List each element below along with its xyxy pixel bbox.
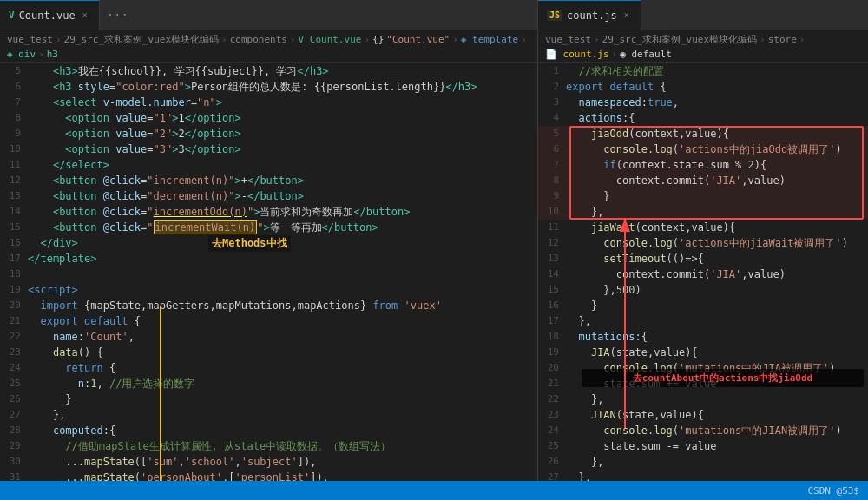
line-content: <button @click="incrementOdd(n)">当前求和为奇数…	[28, 204, 410, 220]
line-content: },500)	[566, 282, 641, 298]
line-number: 1	[538, 63, 566, 79]
line-content: },	[566, 470, 591, 481]
line-content	[28, 266, 34, 282]
line-content: },	[566, 454, 603, 470]
line-number: 24	[538, 423, 566, 438]
code-line: 11 jiaWait(context,value){	[538, 220, 868, 235]
line-number: 7	[0, 95, 28, 110]
line-content: <h3 style="color:red">Person组件的总人数是: {{p…	[28, 79, 477, 95]
status-bar: CSDN @53$	[0, 481, 868, 500]
line-number: 9	[0, 126, 28, 141]
line-number: 10	[538, 204, 566, 220]
line-content: computed:{	[28, 423, 115, 438]
code-line: 12 <button @click="increment(n)">+</butt…	[0, 173, 537, 188]
line-number: 19	[538, 345, 566, 360]
code-line: 23 data() {	[0, 345, 537, 360]
code-line: 22 },	[538, 391, 868, 407]
line-number: 8	[538, 173, 566, 188]
code-line: 4 actions:{	[538, 110, 868, 126]
code-line: 30 ...mapState(['sum','school','subject'…	[0, 454, 537, 470]
code-line: 29 //借助mapState生成计算属性, 从state中读取数据。（数组写法…	[0, 438, 537, 454]
line-content: </select>	[28, 157, 109, 173]
left-code-lines: 5 <h3>我在{{school}}, 学习{{subject}}, 学习</h…	[0, 63, 537, 481]
code-line: 13 <button @click="decrement(n)">-</butt…	[0, 188, 537, 204]
code-line: 10 },	[538, 204, 868, 220]
line-content: n:1, //用户选择的数字	[28, 376, 194, 391]
line-number: 14	[0, 204, 28, 220]
line-number: 20	[538, 360, 566, 376]
tab-count-js-close[interactable]: ×	[621, 10, 632, 21]
line-number: 17	[0, 251, 28, 266]
code-line: 21 export default {	[0, 313, 537, 329]
line-number: 17	[538, 313, 566, 329]
code-line: 8 context.commit('JIA',value)	[538, 173, 868, 188]
code-line: 31 ...mapState('personAbout',['personLis…	[0, 470, 537, 481]
line-number: 13	[0, 188, 28, 204]
code-line: 19 JIA(state,value){	[538, 345, 868, 360]
code-line: 28 computed:{	[0, 423, 537, 438]
line-number: 6	[0, 79, 28, 95]
line-content: <h3>我在{{school}}, 学习{{subject}}, 学习</h3>	[28, 63, 329, 79]
line-number: 11	[0, 157, 28, 173]
line-content: state.sum -= value	[566, 438, 716, 454]
line-number: 13	[538, 251, 566, 266]
line-content: <button @click="increment(n)">+</button>	[28, 173, 304, 188]
line-number: 23	[0, 345, 28, 360]
tab-more-left[interactable]: ···	[100, 8, 135, 22]
line-content: setTimeout(()=>{	[566, 251, 704, 266]
tab-count-vue[interactable]: V Count.vue ×	[0, 0, 100, 30]
right-code-panel[interactable]: 1 //求和相关的配置 2 export default { 3 namespa…	[538, 63, 868, 481]
line-content: //借助mapState生成计算属性, 从state中读取数据。（数组写法）	[28, 438, 391, 454]
code-line: 21 state.sum += value	[538, 376, 868, 391]
vue-icon: V	[9, 10, 15, 21]
tab-count-vue-close[interactable]: ×	[80, 10, 90, 21]
code-line: 25 n:1, //用户选择的数字	[0, 376, 537, 391]
line-content: ...mapState(['sum','school','subject']),	[28, 454, 316, 470]
code-line: 15 },500)	[538, 282, 868, 298]
tab-count-js[interactable]: JS count.js ×	[538, 0, 641, 30]
line-number: 12	[538, 235, 566, 251]
line-number: 27	[538, 470, 566, 481]
line-content: },	[566, 391, 603, 407]
code-line: 13 setTimeout(()=>{	[538, 251, 868, 266]
line-content: }	[566, 298, 597, 313]
line-number: 16	[538, 298, 566, 313]
line-number: 15	[538, 282, 566, 298]
line-number: 12	[0, 173, 28, 188]
line-content: JIAN(state,value){	[566, 407, 704, 423]
line-number: 25	[0, 376, 28, 391]
line-content: jiaWait(context,value){	[566, 220, 735, 235]
code-line: 18	[0, 266, 537, 282]
line-number: 14	[538, 266, 566, 282]
code-line: 7 <select v-model.number="n">	[0, 95, 537, 110]
line-number: 28	[0, 423, 28, 438]
line-content: import {mapState,mapGetters,mapMutations…	[28, 298, 442, 313]
line-content: ...mapState('personAbout',['personList']…	[28, 470, 329, 481]
line-content: },	[566, 204, 603, 220]
left-code-panel[interactable]: 5 <h3>我在{{school}}, 学习{{subject}}, 学习</h…	[0, 63, 538, 481]
line-content: return {	[28, 360, 115, 376]
line-content: export default {	[566, 79, 667, 95]
code-line: 24 return {	[0, 360, 537, 376]
line-content: </div>	[28, 235, 78, 251]
line-content: },	[28, 407, 65, 423]
watermark: CSDN @53$	[807, 485, 859, 497]
line-content: <option value="2">2</option>	[28, 126, 241, 141]
line-number: 22	[0, 329, 28, 345]
code-line: 14 <button @click="incrementOdd(n)">当前求和…	[0, 204, 537, 220]
code-line: 25 state.sum -= value	[538, 438, 868, 454]
code-line: 5 <h3>我在{{school}}, 学习{{subject}}, 学习</h…	[0, 63, 537, 79]
line-content: data() {	[28, 345, 103, 360]
line-number: 10	[0, 141, 28, 157]
line-content: }	[28, 391, 72, 407]
code-line: 27 },	[0, 407, 537, 423]
line-number: 25	[538, 438, 566, 454]
code-line: 19 <script>	[0, 282, 537, 298]
code-line: 17 </template>	[0, 251, 537, 266]
line-content: <option value="1">1</option>	[28, 110, 241, 126]
code-line: 27 },	[538, 470, 868, 481]
tab-count-vue-label: Count.vue	[19, 10, 76, 22]
line-number: 24	[0, 360, 28, 376]
code-line: 12 console.log('actions中的jiaWait被调用了')	[538, 235, 868, 251]
line-number: 5	[538, 126, 566, 141]
